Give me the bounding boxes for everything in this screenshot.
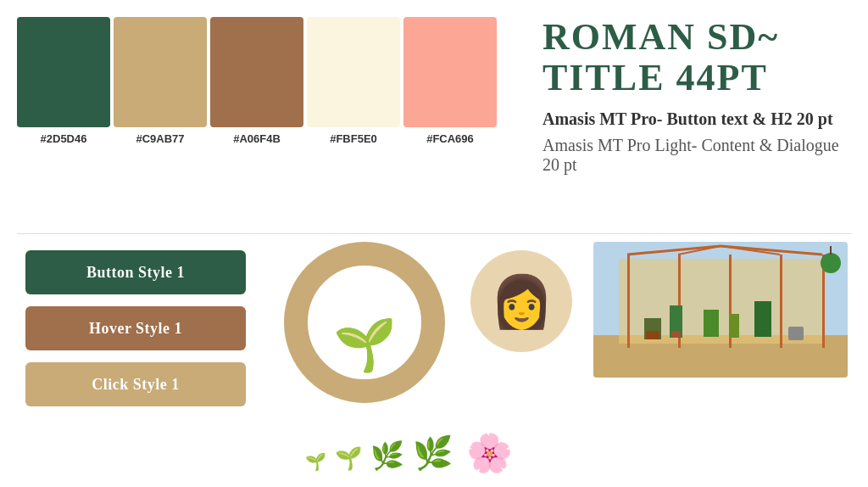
svg-rect-6 (780, 255, 782, 348)
color-palette: #2D5D46 #C9AB77 #A06F4B #FBF5E0 #FCA696 (17, 17, 497, 145)
color-swatch: #A06F4B (210, 17, 303, 145)
svg-rect-21 (788, 327, 804, 340)
title-section: ROMAN SD~TITLE 44PT Amasis MT Pro- Butto… (542, 17, 856, 175)
person-avatar: 👩 (470, 250, 572, 352)
swatch-label: #2D5D46 (41, 132, 87, 145)
buttons-section: Button Style 1 Hover Style 1 Click Style… (25, 250, 246, 406)
svg-rect-15 (729, 314, 739, 338)
subtitle-light: Amasis MT Pro Light- Content & Dialogue … (542, 136, 856, 175)
plant-growth-sequence: 🌱 🌱 🌿 🌿 🌸 (305, 434, 453, 472)
color-swatch: #FBF5E0 (307, 17, 400, 145)
swatch-block (114, 17, 207, 127)
person-emoji: 👩 (490, 271, 554, 332)
section-divider (17, 233, 851, 234)
plant-stage-4: 🌿 (413, 434, 453, 472)
svg-rect-3 (627, 255, 630, 348)
swatch-label: #A06F4B (233, 132, 281, 145)
swatch-block (403, 17, 497, 127)
main-title: ROMAN SD~TITLE 44PT (542, 17, 856, 99)
color-swatch: #FCA696 (403, 17, 497, 145)
hover-style-1[interactable]: Hover Style 1 (25, 306, 246, 350)
plant-stage-2: 🌱 (335, 445, 362, 472)
greenhouse-image (593, 242, 848, 378)
color-swatch: #C9AB77 (114, 17, 207, 145)
swatch-label: #FBF5E0 (330, 132, 377, 145)
svg-point-19 (821, 253, 841, 273)
color-swatch: #2D5D46 (17, 17, 110, 145)
swatch-label: #FCA696 (426, 132, 474, 145)
svg-rect-18 (671, 331, 681, 338)
button-style-1[interactable]: Button Style 1 (25, 250, 246, 294)
swatch-block (307, 17, 400, 127)
plant-sprout: 🌱 (333, 320, 397, 371)
swatch-block (17, 17, 110, 127)
swatch-label: #C9AB77 (136, 132, 184, 145)
svg-rect-14 (704, 310, 719, 337)
swatch-block (210, 17, 303, 127)
plant-stage-3: 🌿 (370, 439, 404, 472)
svg-rect-17 (646, 331, 659, 339)
plant-flower: 🌸 (466, 431, 513, 475)
click-style-1[interactable]: Click Style 1 (25, 362, 246, 406)
svg-rect-16 (754, 301, 771, 337)
subtitle-h2: Amasis MT Pro- Button text & H2 20 pt (542, 109, 856, 129)
circle-ring: 🌱 (284, 242, 445, 403)
plant-circle-illustration: 🌱 (284, 242, 445, 403)
plant-stage-1: 🌱 (305, 451, 326, 472)
